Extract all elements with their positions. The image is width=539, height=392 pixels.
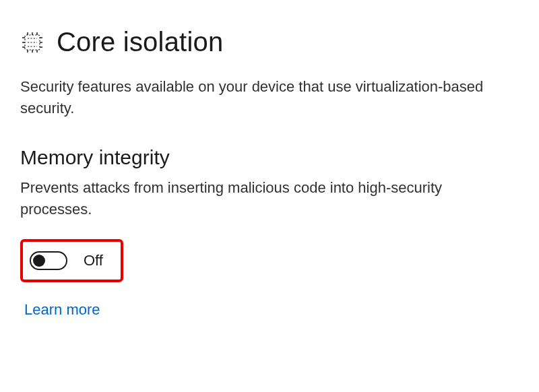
chip-icon [20, 30, 44, 55]
learn-more-link[interactable]: Learn more [24, 301, 100, 319]
toggle-knob [33, 255, 45, 267]
page-header: Core isolation [20, 27, 519, 57]
memory-integrity-title: Memory integrity [20, 146, 519, 169]
memory-integrity-toggle[interactable] [30, 251, 67, 270]
page-title: Core isolation [57, 27, 223, 57]
page-description: Security features available on your devi… [20, 76, 505, 119]
toggle-state-label: Off [84, 252, 103, 269]
svg-rect-0 [25, 35, 40, 50]
toggle-highlight-box: Off [20, 239, 123, 282]
memory-integrity-description: Prevents attacks from inserting maliciou… [20, 177, 505, 220]
